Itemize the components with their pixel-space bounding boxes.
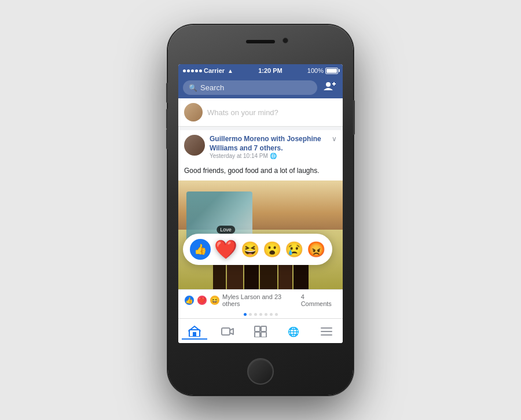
- author-name: Guillermo Moreno: [210, 135, 269, 143]
- page-dot-2: [249, 313, 252, 316]
- post-header: Guillermo Moreno with Josephine Williams…: [178, 130, 343, 164]
- post-reactions-row: 👍 ❤️ 😆 Myles Larson and 23 others 4 Comm…: [178, 289, 343, 311]
- signal-strength: [183, 69, 202, 72]
- signal-dot-5: [199, 69, 202, 72]
- post-meta: Guillermo Moreno with Josephine Williams…: [210, 135, 332, 159]
- globe-nav-icon: 🌐: [288, 326, 299, 337]
- carrier-label: Carrier: [204, 67, 225, 74]
- news-feed: Whats on your mind? Guillermo Moreno wit…: [178, 98, 343, 343]
- status-right: 100%: [307, 67, 338, 74]
- search-placeholder: Search: [200, 83, 224, 92]
- post-header-left: Guillermo Moreno with Josephine Williams…: [184, 135, 332, 159]
- whats-on-mind-placeholder: Whats on your mind?: [207, 108, 278, 117]
- phone-mockup: Carrier ▲ 1:20 PM 100% 🔍 Search: [168, 25, 353, 395]
- page-dot-3: [254, 313, 257, 316]
- comments-count: 4 Comments: [301, 293, 337, 307]
- home-button[interactable]: [247, 358, 274, 385]
- post-image: 👍 Love ❤️ 😆 😮 😢 😡: [178, 180, 343, 289]
- search-icon: 🔍: [189, 84, 197, 92]
- nav-home[interactable]: [182, 323, 207, 340]
- poster-avatar: [184, 135, 205, 156]
- page-dot-5: [265, 313, 267, 316]
- thumbs-up-icon: 👍: [194, 243, 207, 256]
- svg-rect-6: [255, 326, 260, 331]
- page-dot-7: [275, 313, 278, 316]
- wifi-icon: ▲: [228, 68, 233, 74]
- timestamp-text: Yesterday at 10:14 PM: [210, 153, 268, 159]
- current-user-avatar: [184, 103, 203, 121]
- angry-reaction-emoji[interactable]: 😡: [307, 241, 325, 259]
- svg-rect-8: [255, 332, 260, 337]
- friend-requests-icon[interactable]: [322, 81, 338, 94]
- reactions-popup: 👍 Love ❤️ 😆 😮 😢 😡: [183, 234, 332, 265]
- speaker: [246, 40, 275, 43]
- time-display: 1:20 PM: [258, 67, 282, 74]
- battery-icon: [325, 68, 338, 74]
- sad-reaction-emoji[interactable]: 😢: [285, 241, 303, 259]
- svg-rect-4: [193, 332, 196, 337]
- search-input-container[interactable]: 🔍 Search: [183, 80, 317, 95]
- wow-reaction-emoji[interactable]: 😮: [263, 241, 281, 259]
- svg-rect-9: [261, 332, 266, 337]
- post-body-text: Good friends, good food and a lot of lau…: [178, 164, 343, 180]
- like-count-icon: 👍: [184, 295, 195, 305]
- like-reaction-button[interactable]: 👍: [190, 239, 211, 260]
- signal-dot-1: [183, 69, 186, 72]
- whats-on-mind-bar[interactable]: Whats on your mind?: [178, 98, 343, 127]
- reactions-left: 👍 ❤️ 😆 Myles Larson and 23 others: [184, 293, 301, 307]
- page-dot-1: [244, 313, 247, 316]
- facebook-search-bar: 🔍 Search: [178, 77, 343, 98]
- nav-marketplace[interactable]: [248, 323, 273, 340]
- signal-dot-3: [191, 69, 194, 72]
- camera: [282, 38, 288, 43]
- haha-count-icon: 😆: [210, 295, 220, 305]
- globe-icon: 🌐: [270, 153, 277, 159]
- avatar-image: [184, 103, 203, 121]
- post-card: Guillermo Moreno with Josephine Williams…: [178, 130, 343, 311]
- signal-dot-4: [195, 69, 198, 72]
- battery-level: [326, 69, 337, 73]
- status-bar: Carrier ▲ 1:20 PM 100%: [178, 64, 343, 77]
- love-reaction-container[interactable]: Love ❤️: [214, 238, 237, 260]
- svg-point-0: [326, 82, 331, 87]
- battery-percent: 100%: [307, 67, 324, 74]
- phone-screen: Carrier ▲ 1:20 PM 100% 🔍 Search: [178, 64, 343, 343]
- signal-dot-2: [187, 69, 190, 72]
- love-count-icon: ❤️: [197, 295, 207, 305]
- page-indicators: [178, 311, 343, 318]
- page-dot-6: [270, 313, 273, 316]
- love-label: Love: [217, 226, 235, 234]
- love-reaction-emoji[interactable]: ❤️: [214, 238, 237, 260]
- bottom-navigation: 🌐: [178, 318, 343, 343]
- with-text: with: [271, 135, 285, 143]
- svg-rect-5: [222, 328, 230, 335]
- page-dot-4: [259, 313, 262, 316]
- others-text: and 7 others.: [240, 144, 283, 152]
- nav-menu[interactable]: [314, 323, 339, 340]
- post-timestamp: Yesterday at 10:14 PM 🌐: [210, 153, 332, 159]
- poster-name: Guillermo Moreno with Josephine Williams…: [210, 135, 332, 153]
- nav-groups[interactable]: 🌐: [281, 323, 306, 340]
- phone-body: Carrier ▲ 1:20 PM 100% 🔍 Search: [168, 25, 353, 395]
- post-options-chevron[interactable]: ∨: [332, 135, 337, 143]
- status-left: Carrier ▲: [183, 67, 233, 74]
- svg-rect-7: [261, 326, 266, 331]
- reactions-count: Myles Larson and 23 others: [222, 293, 301, 307]
- nav-video[interactable]: [215, 323, 240, 340]
- haha-reaction-emoji[interactable]: 😆: [241, 241, 259, 259]
